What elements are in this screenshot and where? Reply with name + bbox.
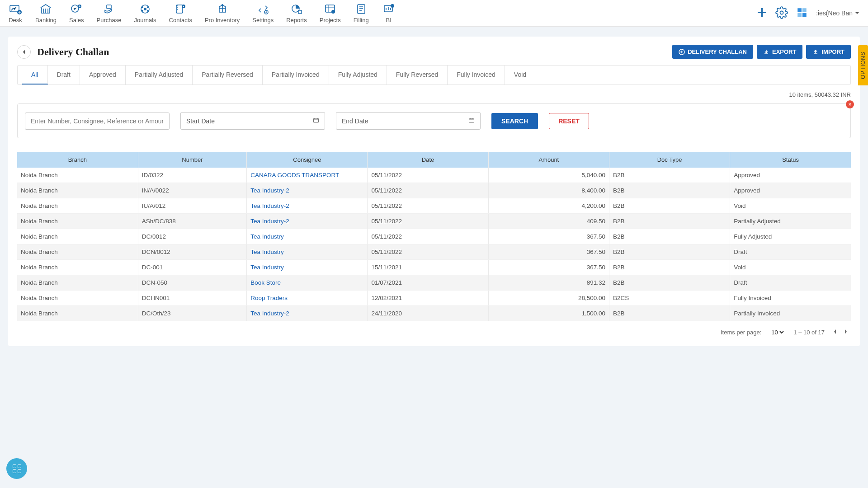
nav-item-journals[interactable]: Journals xyxy=(134,3,156,23)
paginator-range: 1 – 10 of 17 xyxy=(793,329,825,336)
apps-button[interactable] xyxy=(796,7,808,20)
cell-date: 05/11/2022 xyxy=(368,198,488,214)
svg-point-8 xyxy=(147,6,149,8)
start-date-input[interactable]: Start Date xyxy=(180,112,325,130)
table-row[interactable]: Noida BranchASh/DC/838Tea Industry-205/1… xyxy=(17,214,851,229)
nav-item-desk[interactable]: Desk xyxy=(8,3,23,23)
table-row[interactable]: Noida BranchDC-001Tea Industry15/11/2021… xyxy=(17,260,851,275)
table-row[interactable]: Noida BranchIN/A/0022Tea Industry-205/11… xyxy=(17,183,851,198)
back-button[interactable] xyxy=(17,45,31,59)
page-header: Delivery Challan DELIVERY CHALLAN EXPORT… xyxy=(17,42,851,65)
nav-item-projects[interactable]: Projects xyxy=(320,3,341,23)
tab-approved[interactable]: Approved xyxy=(80,66,126,84)
chevron-left-icon xyxy=(833,328,837,335)
tab-fully-reversed[interactable]: Fully Reversed xyxy=(387,66,448,84)
tab-void[interactable]: Void xyxy=(505,66,535,84)
nav-item-pro-inventory[interactable]: Pro Inventory xyxy=(205,3,240,23)
col-status[interactable]: Status xyxy=(730,152,851,168)
col-branch[interactable]: Branch xyxy=(17,152,138,168)
org-selector[interactable]: :ies(Neo Ban xyxy=(816,9,860,17)
table-row[interactable]: Noida BranchDCHN001Roop Traders12/02/202… xyxy=(17,291,851,306)
nav-label: Pro Inventory xyxy=(205,17,240,23)
cell-consignee[interactable]: Tea Industry xyxy=(247,229,368,244)
export-button[interactable]: EXPORT xyxy=(757,45,802,59)
cell-consignee[interactable]: Tea Industry-2 xyxy=(247,306,368,321)
cell-consignee[interactable]: Tea Industry-2 xyxy=(247,198,368,214)
col-number[interactable]: Number xyxy=(138,152,247,168)
table-row[interactable]: Noida BranchID/0322CANARA GOODS TRANSPOR… xyxy=(17,168,851,183)
nav-item-purchase[interactable]: Purchase xyxy=(97,3,122,23)
upload-icon xyxy=(812,49,819,55)
close-search-panel[interactable] xyxy=(846,100,854,108)
import-label: IMPORT xyxy=(821,48,844,55)
search-button[interactable]: SEARCH xyxy=(491,113,538,129)
purchase-icon xyxy=(102,3,116,15)
nav-item-reports[interactable]: Reports xyxy=(286,3,307,23)
tab-fully-invoiced[interactable]: Fully Invoiced xyxy=(448,66,505,84)
cell-consignee[interactable]: CANARA GOODS TRANSPORT xyxy=(247,168,368,183)
gear-icon xyxy=(775,6,788,19)
table-row[interactable]: Noida BranchIU/A/012Tea Industry-205/11/… xyxy=(17,198,851,214)
nav-item-contacts[interactable]: Contacts xyxy=(169,3,192,23)
import-button[interactable]: IMPORT xyxy=(806,45,851,59)
tab-draft[interactable]: Draft xyxy=(48,66,80,84)
export-label: EXPORT xyxy=(772,48,796,55)
cell-date: 05/11/2022 xyxy=(368,183,488,198)
nav-label: Purchase xyxy=(97,17,122,23)
svg-point-10 xyxy=(147,10,149,12)
cell-branch: Noida Branch xyxy=(17,168,138,183)
options-side-tab[interactable]: OPTIONS xyxy=(858,45,868,85)
nav-item-bi[interactable]: BI xyxy=(382,3,396,23)
tab-fully-adjusted[interactable]: Fully Adjusted xyxy=(329,66,387,84)
nav-item-sales[interactable]: Sales xyxy=(69,3,84,23)
search-input[interactable] xyxy=(25,113,170,130)
cell-consignee[interactable]: Tea Industry-2 xyxy=(247,214,368,229)
cell-status: Partially Invoiced xyxy=(730,306,851,321)
col-amount[interactable]: Amount xyxy=(488,152,609,168)
cell-consignee[interactable]: Tea Industry xyxy=(247,260,368,275)
create-delivery-challan-button[interactable]: DELIVERY CHALLAN xyxy=(672,45,753,59)
col-date[interactable]: Date xyxy=(368,152,488,168)
cell-date: 05/11/2022 xyxy=(368,168,488,183)
banking-icon xyxy=(38,3,53,15)
tab-partially-invoiced[interactable]: Partially Invoiced xyxy=(263,66,329,84)
col-doctype[interactable]: Doc Type xyxy=(609,152,730,168)
table-row[interactable]: Noida BranchDCN/0012Tea Industry05/11/20… xyxy=(17,244,851,260)
cell-amount: 5,040.00 xyxy=(488,168,609,183)
cell-number: ASh/DC/838 xyxy=(138,214,247,229)
table-row[interactable]: Noida BranchDC/0012Tea Industry05/11/202… xyxy=(17,229,851,244)
tab-all[interactable]: All xyxy=(22,66,48,84)
prev-page-button[interactable] xyxy=(833,328,837,337)
svg-point-16 xyxy=(183,6,184,7)
projects-icon xyxy=(323,3,337,15)
next-page-button[interactable] xyxy=(844,328,848,337)
tab-partially-adjusted[interactable]: Partially Adjusted xyxy=(126,66,193,84)
cell-amount: 8,400.00 xyxy=(488,183,609,198)
table-row[interactable]: Noida BranchDC/Oth/23Tea Industry-224/11… xyxy=(17,306,851,321)
cell-number: DC/Oth/23 xyxy=(138,306,247,321)
cell-branch: Noida Branch xyxy=(17,306,138,321)
add-button[interactable] xyxy=(756,5,767,21)
cell-consignee[interactable]: Book Store xyxy=(247,275,368,291)
cell-consignee[interactable]: Tea Industry-2 xyxy=(247,183,368,198)
page-size-select[interactable]: 10 xyxy=(769,328,785,336)
cell-consignee[interactable]: Roop Traders xyxy=(247,291,368,306)
cell-branch: Noida Branch xyxy=(17,260,138,275)
paginator-label: Items per page: xyxy=(721,329,761,336)
table-row[interactable]: Noida BranchDCN-050Book Store01/07/20218… xyxy=(17,275,851,291)
end-date-input[interactable]: End Date xyxy=(336,112,481,130)
svg-point-12 xyxy=(177,5,178,6)
cell-consignee[interactable]: Tea Industry xyxy=(247,244,368,260)
nav-item-banking[interactable]: Banking xyxy=(35,3,57,23)
cell-amount: 367.50 xyxy=(488,244,609,260)
nav-item-settings[interactable]: Settings xyxy=(252,3,274,23)
reports-icon xyxy=(289,3,304,15)
cell-branch: Noida Branch xyxy=(17,198,138,214)
nav-item-filling[interactable]: Filling xyxy=(354,3,369,23)
tab-partially-reversed[interactable]: Partially Reversed xyxy=(193,66,263,84)
reset-button[interactable]: RESET xyxy=(549,113,589,129)
cell-doctype: B2B xyxy=(609,306,730,321)
cell-doctype: B2B xyxy=(609,229,730,244)
col-consignee[interactable]: Consignee xyxy=(247,152,368,168)
settings-button[interactable] xyxy=(775,6,788,20)
